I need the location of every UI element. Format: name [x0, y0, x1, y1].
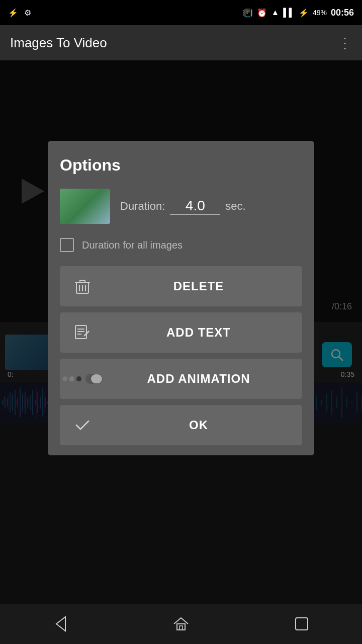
app-title: Images To Video: [10, 35, 107, 51]
add-text-button[interactable]: ADD TEXT: [60, 312, 302, 353]
alarm-icon: ⏰: [257, 8, 267, 18]
text-edit-icon: [70, 324, 95, 342]
add-animation-button[interactable]: ADD ANIMATION: [60, 359, 302, 399]
home-button[interactable]: [166, 609, 196, 639]
dialog-title: Options: [60, 156, 302, 175]
svg-rect-121: [177, 624, 185, 630]
checkmark-icon: [70, 416, 95, 434]
checkbox-row: Duration for all images: [60, 238, 302, 252]
add-animation-button-label: ADD ANIMATION: [105, 372, 292, 386]
svg-marker-120: [56, 617, 65, 631]
status-time: 00:56: [331, 8, 354, 18]
bolt-icon: ⚡: [299, 8, 309, 18]
battery-percentage: 49%: [313, 9, 327, 17]
status-bar: ⚡ ⚙ 📳 ⏰ ▲ ▌▌ ⚡ 49% 00:56: [0, 0, 362, 25]
animation-toggle-icon: [70, 374, 95, 384]
main-content: /0:16 0: 0:35: [0, 60, 362, 604]
svg-rect-123: [296, 618, 308, 630]
recents-button[interactable]: [287, 609, 317, 639]
ok-button-label: OK: [105, 418, 292, 432]
nav-bar: [0, 604, 362, 644]
app-header: Images To Video ⋮: [0, 25, 362, 60]
signal-icon: ▌▌: [283, 8, 295, 17]
duration-all-checkbox[interactable]: [60, 238, 74, 252]
usb-icon: ⚡: [8, 8, 18, 18]
options-dialog: Options Duration: sec. Duration for all …: [48, 141, 314, 455]
checkbox-label: Duration for all images: [82, 239, 183, 251]
add-text-button-label: ADD TEXT: [105, 326, 292, 340]
android-icon: ⚙: [24, 8, 31, 18]
wifi-icon: ▲: [271, 8, 279, 17]
dialog-image-row: Duration: sec.: [60, 189, 302, 224]
back-button[interactable]: [45, 609, 75, 639]
duration-input[interactable]: [170, 198, 220, 215]
trash-icon: [70, 277, 95, 295]
vibrate-icon: 📳: [243, 8, 253, 18]
ok-button[interactable]: OK: [60, 405, 302, 445]
delete-button[interactable]: DELETE: [60, 266, 302, 306]
delete-button-label: DELETE: [105, 279, 292, 293]
status-bar-right: 📳 ⏰ ▲ ▌▌ ⚡ 49% 00:56: [243, 8, 354, 18]
dialog-thumbnail: [60, 189, 110, 224]
status-bar-left: ⚡ ⚙: [8, 8, 31, 18]
duration-row: Duration: sec.: [120, 198, 302, 215]
svg-rect-122: [179, 626, 183, 630]
dialog-overlay: Options Duration: sec. Duration for all …: [0, 60, 362, 604]
duration-label: Duration:: [120, 200, 165, 213]
duration-unit: sec.: [225, 200, 245, 213]
menu-icon[interactable]: ⋮: [338, 35, 352, 51]
